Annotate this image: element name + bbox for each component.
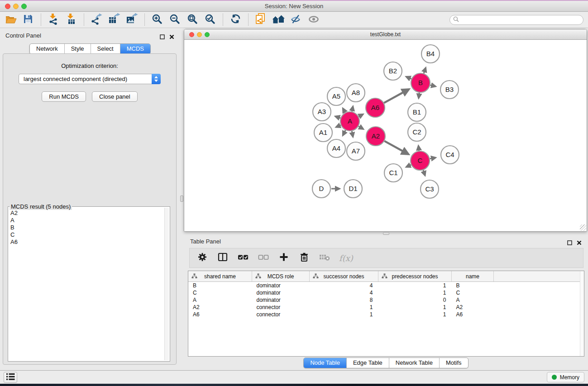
- first-neighbors-button[interactable]: [272, 13, 285, 27]
- table-cell[interactable]: 1: [378, 289, 452, 296]
- table-cell[interactable]: A6: [188, 311, 252, 318]
- table-row[interactable]: A6connector11A6: [188, 311, 584, 318]
- tab-select[interactable]: Select: [91, 44, 120, 54]
- minimize-window-button[interactable]: [13, 4, 19, 9]
- zoom-window-button[interactable]: [21, 4, 27, 9]
- unselect-all-columns-button[interactable]: [258, 252, 269, 264]
- graph-edge-A-A4[interactable]: [343, 130, 345, 135]
- delete-column-button[interactable]: [298, 252, 310, 264]
- zoom-fit-button[interactable]: [186, 13, 199, 27]
- table-cell[interactable]: 1: [378, 311, 452, 318]
- export-image-button[interactable]: [125, 13, 139, 27]
- graph-edge-A6-B[interactable]: [384, 90, 408, 103]
- column-header-shared-name[interactable]: shared name: [188, 271, 252, 282]
- close-panel-button[interactable]: Close panel: [92, 91, 138, 102]
- splitter-handle[interactable]: [383, 232, 389, 235]
- result-list-scrollbar[interactable]: [164, 208, 169, 360]
- tab-motifs[interactable]: Motifs: [439, 358, 468, 368]
- table-cell[interactable]: 8: [310, 296, 378, 304]
- vertical-splitter[interactable]: [180, 28, 184, 370]
- column-header-predecessor-nodes[interactable]: predecessor nodes: [378, 271, 452, 282]
- new-network-from-file-button[interactable]: [254, 13, 268, 27]
- table-cell[interactable]: dominator: [252, 289, 310, 296]
- close-panel-icon[interactable]: [169, 33, 174, 41]
- splitter-handle[interactable]: [180, 195, 183, 202]
- graph-edge-B-B3[interactable]: [430, 85, 435, 86]
- select-all-columns-button[interactable]: [237, 252, 249, 264]
- graph-edge-A-A8[interactable]: [352, 106, 353, 111]
- tab-network[interactable]: Network: [30, 44, 64, 54]
- tab-edge-table[interactable]: Edge Table: [346, 358, 389, 368]
- result-list-item[interactable]: A6: [9, 238, 164, 246]
- table-cell[interactable]: 1: [378, 282, 452, 290]
- table-cell[interactable]: 0: [378, 296, 452, 304]
- show-all-button[interactable]: [307, 13, 320, 27]
- close-panel-icon[interactable]: [577, 239, 582, 247]
- graph-edge-A-A7[interactable]: [352, 131, 353, 137]
- search-field[interactable]: [449, 15, 583, 25]
- zoom-out-button[interactable]: [168, 13, 182, 27]
- graph-edge-C-C2[interactable]: [418, 146, 419, 151]
- table-settings-button[interactable]: [196, 252, 208, 264]
- search-input[interactable]: [459, 16, 583, 24]
- function-builder-button[interactable]: f(x): [339, 252, 353, 264]
- table-cell[interactable]: B: [188, 282, 252, 290]
- resize-grip-icon[interactable]: [580, 224, 586, 231]
- delete-table-button[interactable]: [319, 252, 330, 264]
- graph-edge-A-A6[interactable]: [359, 114, 363, 117]
- tab-network-table[interactable]: Network Table: [389, 358, 439, 368]
- column-header-mcds-role[interactable]: MCDS role: [252, 271, 310, 282]
- table-cell[interactable]: dominator: [252, 296, 310, 304]
- import-network-button[interactable]: [47, 13, 60, 27]
- table-cell[interactable]: A: [188, 296, 252, 304]
- graph-edge-C-C3[interactable]: [423, 170, 425, 176]
- export-table-button[interactable]: [107, 13, 121, 27]
- graph-edge-C-C4[interactable]: [430, 157, 436, 158]
- graph-edge-B-B1[interactable]: [419, 93, 419, 98]
- table-cell[interactable]: 1: [310, 304, 378, 311]
- task-history-button[interactable]: [4, 372, 17, 383]
- table-cell[interactable]: 1: [378, 304, 452, 311]
- save-session-button[interactable]: [21, 13, 35, 27]
- table-cell[interactable]: A2: [452, 304, 494, 311]
- network-window-titlebar[interactable]: testGlobe.txt: [184, 29, 587, 40]
- table-row[interactable]: Cdominator41C: [188, 289, 584, 296]
- graph-edge-A-A3[interactable]: [335, 116, 340, 118]
- column-header-name[interactable]: name: [452, 271, 494, 282]
- table-row[interactable]: Adominator80A: [188, 296, 584, 304]
- hide-selected-button[interactable]: [289, 13, 303, 27]
- table-cell[interactable]: C: [452, 289, 494, 296]
- result-list-item[interactable]: A2: [9, 210, 164, 217]
- network-zoom-button[interactable]: [205, 32, 210, 37]
- table-cell[interactable]: 4: [310, 282, 378, 290]
- import-table-button[interactable]: [64, 13, 78, 27]
- zoom-selected-button[interactable]: [203, 13, 217, 27]
- table-cell[interactable]: B: [452, 282, 494, 290]
- table-cell[interactable]: dominator: [252, 282, 310, 290]
- graph-edge-A-A5[interactable]: [343, 109, 345, 113]
- table-cell[interactable]: C: [188, 289, 252, 296]
- show-column-panel-button[interactable]: [217, 252, 229, 264]
- graph-edge-A-A1[interactable]: [336, 125, 341, 127]
- table-cell[interactable]: A6: [452, 311, 494, 318]
- float-panel-icon[interactable]: [160, 33, 165, 41]
- table-row[interactable]: Bdominator41B: [188, 282, 584, 290]
- horizontal-splitter[interactable]: [184, 232, 588, 235]
- mcds-result-list[interactable]: A2ABCA6: [9, 208, 164, 360]
- network-graph[interactable]: B4B2BB3A5A8A6A3AB1A1C2A2A4A7C4CC1C3DD1: [184, 40, 587, 231]
- create-column-button[interactable]: [278, 252, 290, 264]
- run-mcds-button[interactable]: Run MCDS: [42, 91, 86, 102]
- graph-edge-B-B4[interactable]: [424, 68, 425, 73]
- network-minimize-button[interactable]: [197, 32, 202, 37]
- table-cell[interactable]: 4: [310, 289, 378, 296]
- table-cell[interactable]: A2: [188, 304, 252, 311]
- memory-button[interactable]: Memory: [547, 372, 584, 382]
- network-canvas[interactable]: B4B2BB3A5A8A6A3AB1A1C2A2A4A7C4CC1C3DD1: [184, 40, 587, 231]
- table-row[interactable]: A2connector11A2: [188, 304, 584, 311]
- graph-edge-B-B2[interactable]: [406, 77, 411, 79]
- export-network-button[interactable]: [90, 13, 103, 27]
- float-panel-icon[interactable]: [567, 239, 572, 247]
- network-close-button[interactable]: [189, 32, 194, 37]
- optimization-criterion-select[interactable]: largest connected component (directed): [19, 74, 161, 84]
- table-cell[interactable]: connector: [252, 304, 310, 311]
